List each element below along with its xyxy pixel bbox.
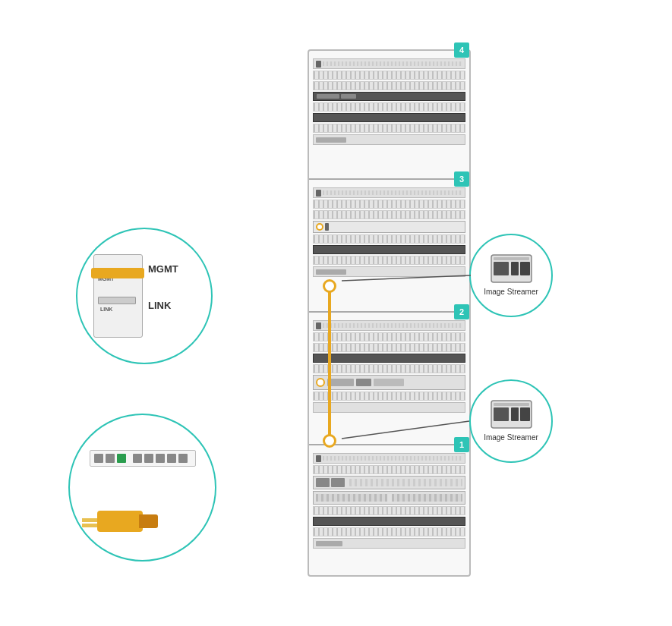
mgmt-cable: [91, 268, 144, 278]
handle: [316, 322, 321, 329]
svg-rect-4: [494, 257, 529, 260]
slot-bottom: [316, 269, 346, 275]
dark-unit: [313, 245, 465, 254]
link-port: [98, 297, 136, 304]
rack-unit-handle: [313, 58, 465, 69]
dark-unit: [313, 92, 465, 101]
vent-row: [313, 71, 465, 80]
port-bank-2: [316, 494, 387, 502]
connector-body: [97, 511, 143, 532]
rack-section-2: 2: [309, 313, 469, 445]
rack-section-1: 1: [309, 445, 469, 578]
mgmt-link-content: MGMT LINK: [87, 239, 201, 353]
mgmt-link-circle: MGMT LINK: [76, 228, 213, 364]
vent: [323, 456, 462, 461]
streamer-port-bottom: [316, 378, 325, 387]
vent-row: [313, 332, 465, 341]
link-label: LINK: [148, 300, 171, 311]
image-streamer-unit-bottom: [313, 375, 465, 390]
vent-row: [313, 392, 465, 401]
handle: [316, 61, 321, 68]
dark-unit: [313, 354, 465, 363]
rack-units-1: [313, 453, 465, 549]
svg-rect-2: [511, 262, 519, 275]
slot: [341, 94, 356, 99]
badge-1: 1: [454, 437, 469, 452]
rack-units-3: [313, 187, 465, 277]
port-detail: [325, 223, 329, 231]
streamer-device-icon-2: [491, 400, 532, 429]
port-sq-6: [167, 454, 176, 463]
connector-tip: [139, 514, 158, 528]
rack-unit-handle: [313, 187, 465, 198]
mgmt-label: MGMT: [148, 263, 178, 275]
streamer-circle-2: Image Streamer: [469, 379, 553, 463]
mgmt-port-1: [316, 478, 330, 487]
rack-unit-bottom: [313, 266, 465, 277]
vent-row: [313, 234, 465, 244]
vent: [323, 190, 462, 195]
rack-section-4: 4: [309, 51, 469, 180]
orange-dot-bottom: [323, 434, 336, 448]
streamer-port-top: [316, 223, 323, 231]
streamer-device-icon-1: [491, 254, 532, 283]
cable-connector-circle: [68, 414, 216, 562]
cable-content: [82, 427, 203, 549]
port-sq-4: [144, 454, 153, 463]
streamer-label-2: Image Streamer: [484, 433, 538, 442]
svg-rect-1: [494, 262, 509, 275]
diagram-container: MGMT LINK: [0, 0, 672, 626]
port-sq-5: [156, 454, 165, 463]
badge-2: 2: [454, 304, 469, 319]
dark-unit: [313, 113, 465, 122]
vent-row: [313, 527, 465, 536]
port-sq-7: [178, 454, 188, 463]
mgmt-unit: [313, 476, 465, 489]
vent-row: [313, 200, 465, 209]
main-rack: 4: [308, 49, 471, 577]
port-row: [327, 379, 354, 386]
vent-row: [313, 465, 465, 474]
port-row-2: [356, 379, 371, 386]
rack-units-2: [313, 320, 465, 413]
vent-row: [313, 210, 465, 219]
mgmt-unit-2: [313, 491, 465, 505]
port-bank: [349, 479, 462, 486]
vent-row: [313, 343, 465, 352]
cable-connector: [97, 507, 166, 537]
handle: [316, 190, 321, 197]
image-streamer-unit-top: [313, 221, 465, 233]
port-row-3: [374, 379, 404, 386]
streamer-circle-1: Image Streamer: [469, 234, 553, 317]
svg-rect-6: [494, 407, 509, 421]
rack-section-3: 3: [309, 180, 469, 313]
vent-row: [313, 102, 465, 112]
rack-unit-handle: [313, 320, 465, 331]
badge-3: 3: [454, 171, 469, 187]
port-sq-1: [94, 454, 103, 463]
orange-dot-top: [323, 279, 336, 293]
dark-unit: [313, 517, 465, 526]
svg-rect-8: [520, 407, 530, 421]
handle: [316, 455, 321, 462]
vent-row: [313, 81, 465, 90]
port-sq-green: [117, 454, 126, 463]
vent-row: [313, 124, 465, 133]
svg-rect-9: [494, 403, 529, 406]
rack-unit-bottom: [313, 134, 465, 145]
port-sq-2: [106, 454, 115, 463]
port-bank-3: [392, 494, 463, 502]
slot: [317, 94, 339, 99]
vent-row: [313, 506, 465, 515]
rack-strip: [90, 450, 196, 467]
slot-bottom: [316, 541, 342, 546]
vent: [323, 323, 462, 328]
vent-row: [313, 364, 465, 373]
panel-rect: [93, 254, 143, 338]
vent-row: [313, 256, 465, 265]
svg-rect-3: [520, 262, 530, 275]
streamer-label-1: Image Streamer: [484, 288, 538, 297]
rack-unit-bottom: [313, 538, 465, 549]
rack-strip-ports: [90, 451, 195, 466]
svg-rect-7: [511, 407, 519, 421]
